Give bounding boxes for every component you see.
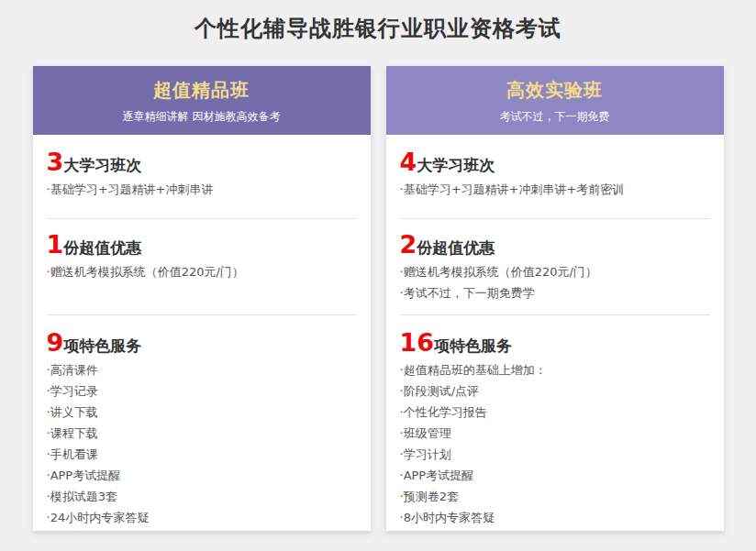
section-title: 份超值优惠 <box>417 237 495 259</box>
feature-item: ·高清课件 <box>47 359 357 380</box>
feature-item: ·基础学习+习题精讲+冲刺串讲 <box>47 179 357 200</box>
feature-item: ·24小时内专家答疑 <box>47 507 357 528</box>
feature-item: ·手机看课 <box>47 444 357 465</box>
section-title: 项特色服务 <box>63 336 141 357</box>
feature-item: ·模拟试题3套 <box>47 486 357 507</box>
section-discounts: 2 份超值优惠 ·赠送机考模拟系统（价值220元/门）·考试不过，下一期免费学 <box>400 219 710 315</box>
feature-list: ·高清课件·学习记录·讲义下载·课程下载·手机看课·APP考试提醒·模拟试题3套… <box>47 359 357 528</box>
class-slogan-premium: 逐章精细讲解 因材施教高效备考 <box>33 109 371 125</box>
feature-list: ·基础学习+习题精讲+冲刺串讲 <box>47 179 357 200</box>
feature-item: ·课程下载 <box>47 423 357 444</box>
section-title: 份超值优惠 <box>63 237 141 259</box>
card-header-experimental: 高效实验班 考试不过，下一期免费 <box>386 66 724 135</box>
feature-list: ·基础学习+习题精讲+冲刺串讲+考前密训 <box>400 179 710 200</box>
feature-item: ·考试不过，下一期免费学 <box>400 282 710 303</box>
feature-item: ·个性化学习报告 <box>400 402 710 423</box>
page-title: 个性化辅导战胜银行业职业资格考试 <box>0 0 756 43</box>
section-title: 大学习班次 <box>63 155 141 176</box>
class-title-experimental: 高效实验班 <box>386 66 724 103</box>
section-title: 项特色服务 <box>434 336 512 357</box>
section-study-phases: 4 大学习班次 ·基础学习+习题精讲+冲刺串讲+考前密训 <box>400 135 710 219</box>
feature-item: ·基础学习+习题精讲+冲刺串讲+考前密训 <box>400 179 710 200</box>
class-slogan-experimental: 考试不过，下一期免费 <box>386 109 724 125</box>
feature-list: ·赠送机考模拟系统（价值220元/门）·考试不过，下一期免费学 <box>400 261 710 303</box>
section-count: 1 <box>47 232 64 257</box>
section-count: 16 <box>400 330 435 355</box>
feature-item: ·8小时内专家答疑 <box>400 507 710 528</box>
class-title-premium: 超值精品班 <box>33 66 371 103</box>
section-study-phases: 3 大学习班次 ·基础学习+习题精讲+冲刺串讲 <box>47 135 357 219</box>
section-features: 9 项特色服务 ·高清课件·学习记录·讲义下载·课程下载·手机看课·APP考试提… <box>47 315 357 531</box>
section-features: 16 项特色服务 ·超值精品班的基础上增加：·阶段测试/点评·个性化学习报告·班… <box>400 315 710 531</box>
feature-item: ·讲义下载 <box>47 402 357 423</box>
feature-item: ·APP考试提醒 <box>400 465 710 486</box>
section-heading: 2 份超值优惠 <box>400 232 710 259</box>
section-count: 4 <box>400 149 417 174</box>
course-card-experimental: 高效实验班 考试不过，下一期免费 4 大学习班次 ·基础学习+习题精讲+冲刺串讲… <box>386 66 724 531</box>
card-body-premium: 3 大学习班次 ·基础学习+习题精讲+冲刺串讲 1 份超值优惠 ·赠送机考模拟系… <box>33 135 371 531</box>
feature-item: ·阶段测试/点评 <box>400 380 710 402</box>
feature-item: ·班级管理 <box>400 423 710 444</box>
feature-item: ·超值精品班的基础上增加： <box>400 359 710 380</box>
feature-item: ·学习记录 <box>47 380 357 402</box>
course-card-premium: 超值精品班 逐章精细讲解 因材施教高效备考 3 大学习班次 ·基础学习+习题精讲… <box>33 66 371 531</box>
feature-item: ·APP考试提醒 <box>47 465 357 486</box>
feature-item: ·赠送机考模拟系统（价值220元/门） <box>400 261 710 282</box>
feature-item: ·学习计划 <box>400 444 710 465</box>
section-heading: 3 大学习班次 <box>47 149 357 176</box>
course-cards-container: 超值精品班 逐章精细讲解 因材施教高效备考 3 大学习班次 ·基础学习+习题精讲… <box>0 66 756 531</box>
feature-item: ·赠送机考模拟系统（价值220元/门） <box>47 261 357 282</box>
section-count: 3 <box>47 149 64 174</box>
feature-list: ·赠送机考模拟系统（价值220元/门） <box>47 261 357 282</box>
section-heading: 4 大学习班次 <box>400 149 710 176</box>
section-count: 9 <box>47 330 64 355</box>
section-heading: 9 项特色服务 <box>47 330 357 357</box>
card-header-premium: 超值精品班 逐章精细讲解 因材施教高效备考 <box>33 66 371 135</box>
section-heading: 1 份超值优惠 <box>47 232 357 259</box>
card-body-experimental: 4 大学习班次 ·基础学习+习题精讲+冲刺串讲+考前密训 2 份超值优惠 ·赠送… <box>386 135 724 531</box>
section-count: 2 <box>400 232 417 257</box>
feature-list: ·超值精品班的基础上增加：·阶段测试/点评·个性化学习报告·班级管理·学习计划·… <box>400 359 710 528</box>
section-discounts: 1 份超值优惠 ·赠送机考模拟系统（价值220元/门） <box>47 219 357 315</box>
feature-item: ·预测卷2套 <box>400 486 710 507</box>
section-title: 大学习班次 <box>417 155 495 176</box>
section-heading: 16 项特色服务 <box>400 330 710 357</box>
